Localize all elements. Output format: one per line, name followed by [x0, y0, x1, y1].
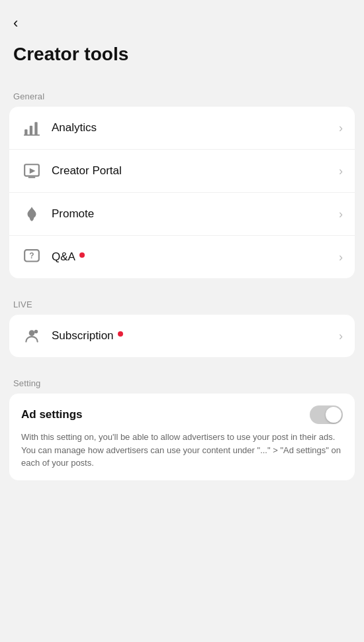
- promote-label: Promote: [52, 207, 94, 221]
- analytics-label: Analytics: [52, 121, 97, 134]
- subscription-chevron-icon: ›: [339, 329, 343, 343]
- ad-settings-description: With this setting on, you'll be able to …: [21, 431, 343, 470]
- page-title: Creator tools: [13, 44, 351, 65]
- general-card: Analytics › Creator Portal ›: [9, 107, 355, 278]
- menu-item-creator-portal[interactable]: Creator Portal ›: [9, 150, 355, 193]
- qanda-notification-dot: [79, 252, 85, 258]
- toggle-knob: [326, 407, 341, 423]
- ad-settings-label: Ad settings: [21, 408, 83, 421]
- menu-item-analytics[interactable]: Analytics ›: [9, 107, 355, 150]
- back-button[interactable]: ‹: [13, 12, 18, 34]
- svg-rect-0: [24, 129, 27, 135]
- ad-settings-toggle[interactable]: [310, 405, 343, 424]
- promote-label-wrap: Promote: [52, 207, 334, 221]
- header: ‹ Creator tools: [0, 0, 364, 82]
- qanda-icon: ?: [21, 246, 42, 268]
- qanda-chevron-icon: ›: [339, 250, 343, 264]
- analytics-label-wrap: Analytics: [52, 121, 334, 134]
- live-card: Subscription ›: [9, 315, 355, 357]
- promote-chevron-icon: ›: [339, 207, 343, 221]
- svg-rect-1: [30, 126, 32, 135]
- creator-portal-icon: [21, 160, 42, 182]
- creator-portal-label-wrap: Creator Portal: [52, 164, 334, 178]
- menu-item-promote[interactable]: Promote ›: [9, 193, 355, 236]
- svg-rect-6: [28, 177, 36, 178]
- subscription-label-wrap: Subscription: [52, 329, 334, 343]
- page: ‹ Creator tools General Analytics ›: [0, 0, 364, 642]
- menu-item-subscription[interactable]: Subscription ›: [9, 315, 355, 357]
- section-label-general: General: [0, 82, 364, 107]
- svg-point-9: [29, 330, 35, 336]
- analytics-chevron-icon: ›: [339, 121, 343, 135]
- back-chevron-icon: ‹: [13, 15, 18, 32]
- analytics-icon: [21, 117, 42, 138]
- menu-item-qanda[interactable]: ? Q&A ›: [9, 236, 355, 278]
- subscription-notification-dot: [118, 331, 123, 337]
- section-label-setting: Setting: [0, 369, 364, 394]
- section-label-live: LIVE: [0, 290, 364, 315]
- subscription-label: Subscription: [52, 329, 114, 343]
- promote-icon: [21, 203, 42, 225]
- qanda-label-wrap: Q&A: [52, 250, 334, 264]
- subscription-icon: [21, 325, 42, 347]
- svg-text:?: ?: [29, 251, 34, 260]
- creator-portal-chevron-icon: ›: [339, 164, 343, 178]
- svg-marker-5: [30, 168, 36, 174]
- qanda-label: Q&A: [52, 250, 75, 264]
- svg-rect-2: [34, 122, 37, 135]
- creator-portal-label: Creator Portal: [52, 164, 122, 178]
- setting-card: Ad settings With this setting on, you'll…: [9, 394, 355, 480]
- ad-settings-row: Ad settings: [21, 405, 343, 424]
